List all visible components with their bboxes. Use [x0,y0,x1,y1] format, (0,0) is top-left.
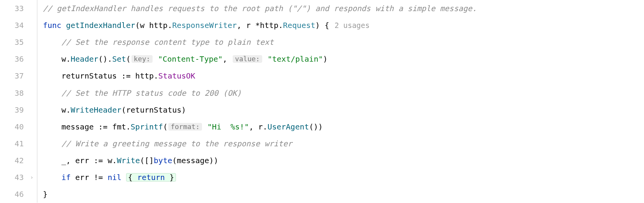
type-pkg: http [260,21,278,29]
assign-op: := [94,157,103,164]
brace-open: { [325,21,329,29]
line-number: 39 [0,106,27,114]
string-literal: "Hi %s!" [207,123,249,131]
ident-w: w [61,106,66,114]
brace-close: } [43,190,48,198]
comment-text: // Set the HTTP status code to 200 (OK) [61,89,242,97]
param-r: r [246,21,251,29]
assign-op: := [122,72,131,80]
line-number: 43 [0,174,27,181]
gutter-border [37,84,38,101]
gutter-border [37,0,38,17]
gutter-border [37,34,38,51]
code-line[interactable]: 41 // Write a greeting message to the re… [0,135,644,152]
fold-gutter[interactable]: › [27,175,37,180]
func-sprintf: Sprintf [131,123,163,131]
type-pkg: http [149,21,168,29]
keyword-if: if [61,174,71,181]
param-hint-format: format: [168,123,202,131]
code-line[interactable]: 38 // Set the HTTP status code to 200 (O… [0,84,644,101]
param-hint-key: key: [131,55,153,63]
pkg-http: http [135,72,154,80]
string-literal: "text/plain" [268,55,323,63]
code-content[interactable]: // Set the HTTP status code to 200 (OK) [43,89,242,97]
code-line[interactable]: 37 returnStatus := http.StatusOK [0,67,644,84]
method-useragent: UserAgent [268,123,309,131]
ident-err: err [75,157,89,164]
paren-close: ) [315,21,320,29]
code-content[interactable]: w.Header().Set(key: "Content-Type", valu… [43,55,328,63]
code-content[interactable]: returnStatus := http.StatusOK [43,72,195,80]
gutter-border [37,51,38,67]
gutter-border [37,152,38,169]
code-editor[interactable]: 33 // getIndexHandler handles requests t… [0,0,644,203]
comment-text: // Write a greeting message to the respo… [61,140,292,147]
code-content[interactable]: func getIndexHandler(w http.ResponseWrit… [43,21,370,29]
code-line[interactable]: 35 // Set the response content type to p… [0,34,644,51]
ident-returnstatus: returnStatus [61,72,117,80]
method-write: Write [117,157,140,164]
keyword-func: func [43,21,61,29]
line-number: 46 [0,190,27,198]
gutter-border [37,135,38,152]
string-literal: "Content-Type" [158,55,223,63]
gutter-border [37,118,38,135]
code-line[interactable]: 43 › if err != nil { return } [0,169,644,186]
function-name: getIndexHandler [66,21,135,29]
code-content[interactable]: if err != nil { return } [43,173,176,182]
code-line[interactable]: 34 func getIndexHandler(w http.ResponseW… [0,17,644,34]
ident-err: err [75,174,89,181]
code-line[interactable]: 36 w.Header().Set(key: "Content-Type", v… [0,51,644,67]
line-number: 33 [0,5,27,12]
code-line[interactable]: 33 // getIndexHandler handles requests t… [0,0,644,17]
fold-chevron-icon[interactable]: › [30,175,33,180]
code-content[interactable]: // getIndexHandler handles requests to t… [43,5,477,12]
paren-open: ( [135,21,140,29]
param-hint-value: value: [233,55,262,63]
pkg-fmt: fmt [112,123,126,131]
ident-message: message [177,157,209,164]
comment-text: // getIndexHandler handles requests to t… [43,5,477,12]
code-content[interactable]: _, err := w.Write([]byte(message)) [43,157,219,164]
ident-w: w [61,55,66,63]
usages-hint[interactable]: 2 usages [335,22,370,29]
type-responsewriter: ResponseWriter [172,21,237,29]
code-content[interactable]: w.WriteHeader(returnStatus) [43,106,186,114]
type-byte: byte [154,157,172,164]
star: * [255,21,260,29]
type-request: Request [283,21,315,29]
code-content[interactable]: // Set the response content type to plai… [43,38,274,46]
code-line[interactable]: 42 _, err := w.Write([]byte(message)) [0,152,644,169]
line-number: 36 [0,55,27,63]
blank-ident: _ [61,157,66,164]
assign-op: := [99,123,108,131]
comment-text: // Set the response content type to plai… [61,38,274,46]
line-number: 40 [0,123,27,131]
code-line[interactable]: 40 message := fmt.Sprintf(format: "Hi %s… [0,118,644,135]
keyword-nil: nil [108,174,122,181]
gutter-border [37,102,38,118]
param-w: w [140,21,145,29]
folded-region[interactable]: { return } [126,173,176,182]
gutter-border [37,169,38,186]
code-content[interactable]: } [43,190,48,198]
line-number: 35 [0,38,27,46]
ident-w: w [108,157,112,164]
code-line[interactable]: 46 } [0,186,644,203]
line-number: 41 [0,140,27,147]
gutter-border [37,67,38,84]
line-number: 42 [0,157,27,164]
code-content[interactable]: // Write a greeting message to the respo… [43,140,292,147]
code-content[interactable]: message := fmt.Sprintf(format: "Hi %s!",… [43,123,323,131]
ident-message: message [61,123,94,131]
line-number: 34 [0,21,27,29]
method-set: Set [112,55,126,63]
method-writeheader: WriteHeader [71,106,121,114]
ident-returnstatus: returnStatus [126,106,182,114]
line-number: 38 [0,89,27,97]
gutter-border [37,17,38,34]
line-number: 37 [0,72,27,80]
const-statusok: StatusOK [158,72,195,80]
method-header: Header [71,55,98,63]
code-line[interactable]: 39 w.WriteHeader(returnStatus) [0,102,644,118]
